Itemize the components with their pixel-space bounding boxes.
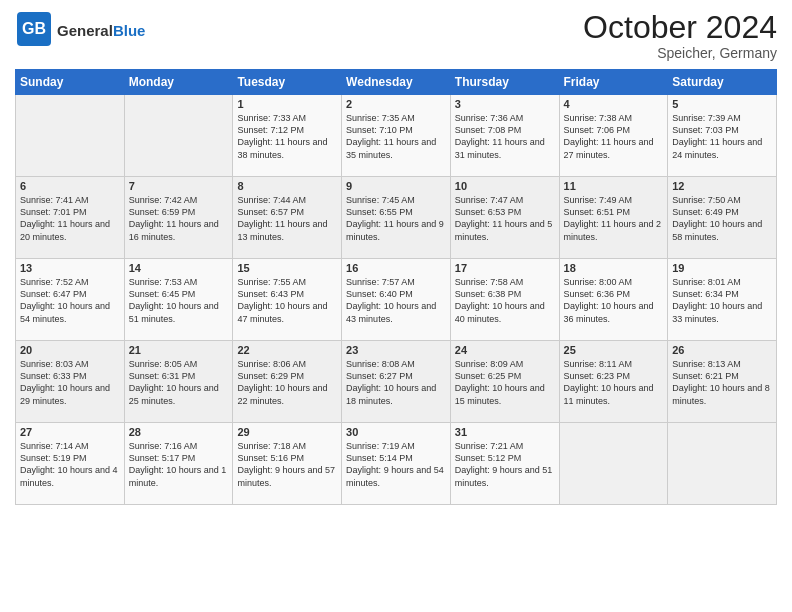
calendar-table: Sunday Monday Tuesday Wednesday Thursday… — [15, 69, 777, 505]
table-row: 18Sunrise: 8:00 AMSunset: 6:36 PMDayligh… — [559, 259, 668, 341]
table-row — [668, 423, 777, 505]
sunrise-text: Sunrise: 7:39 AM — [672, 112, 772, 124]
sunset-text: Sunset: 6:25 PM — [455, 370, 555, 382]
sunset-text: Sunset: 6:49 PM — [672, 206, 772, 218]
table-row: 30Sunrise: 7:19 AMSunset: 5:14 PMDayligh… — [342, 423, 451, 505]
day-number: 4 — [564, 98, 664, 110]
daylight-text: Daylight: 10 hours and 43 minutes. — [346, 300, 446, 324]
day-number: 12 — [672, 180, 772, 192]
cell-content: Sunrise: 7:36 AMSunset: 7:08 PMDaylight:… — [455, 112, 555, 161]
day-number: 17 — [455, 262, 555, 274]
table-row: 20Sunrise: 8:03 AMSunset: 6:33 PMDayligh… — [16, 341, 125, 423]
cell-content: Sunrise: 7:38 AMSunset: 7:06 PMDaylight:… — [564, 112, 664, 161]
sunrise-text: Sunrise: 8:00 AM — [564, 276, 664, 288]
daylight-text: Daylight: 11 hours and 38 minutes. — [237, 136, 337, 160]
cell-content: Sunrise: 7:49 AMSunset: 6:51 PMDaylight:… — [564, 194, 664, 243]
calendar-header-row: Sunday Monday Tuesday Wednesday Thursday… — [16, 70, 777, 95]
sunrise-text: Sunrise: 7:53 AM — [129, 276, 229, 288]
daylight-text: Daylight: 10 hours and 18 minutes. — [346, 382, 446, 406]
sunset-text: Sunset: 6:38 PM — [455, 288, 555, 300]
table-row: 22Sunrise: 8:06 AMSunset: 6:29 PMDayligh… — [233, 341, 342, 423]
daylight-text: Daylight: 10 hours and 1 minute. — [129, 464, 229, 488]
cell-content: Sunrise: 7:52 AMSunset: 6:47 PMDaylight:… — [20, 276, 120, 325]
sunset-text: Sunset: 6:47 PM — [20, 288, 120, 300]
table-row: 14Sunrise: 7:53 AMSunset: 6:45 PMDayligh… — [124, 259, 233, 341]
col-monday: Monday — [124, 70, 233, 95]
daylight-text: Daylight: 10 hours and 40 minutes. — [455, 300, 555, 324]
calendar-week-row: 13Sunrise: 7:52 AMSunset: 6:47 PMDayligh… — [16, 259, 777, 341]
sunset-text: Sunset: 6:40 PM — [346, 288, 446, 300]
day-number: 30 — [346, 426, 446, 438]
sunset-text: Sunset: 7:12 PM — [237, 124, 337, 136]
table-row: 4Sunrise: 7:38 AMSunset: 7:06 PMDaylight… — [559, 95, 668, 177]
location: Speicher, Germany — [583, 45, 777, 61]
day-number: 29 — [237, 426, 337, 438]
daylight-text: Daylight: 11 hours and 16 minutes. — [129, 218, 229, 242]
cell-content: Sunrise: 7:33 AMSunset: 7:12 PMDaylight:… — [237, 112, 337, 161]
daylight-text: Daylight: 11 hours and 27 minutes. — [564, 136, 664, 160]
day-number: 9 — [346, 180, 446, 192]
daylight-text: Daylight: 10 hours and 33 minutes. — [672, 300, 772, 324]
sunrise-text: Sunrise: 8:13 AM — [672, 358, 772, 370]
cell-content: Sunrise: 7:18 AMSunset: 5:16 PMDaylight:… — [237, 440, 337, 489]
table-row: 9Sunrise: 7:45 AMSunset: 6:55 PMDaylight… — [342, 177, 451, 259]
sunset-text: Sunset: 7:03 PM — [672, 124, 772, 136]
cell-content: Sunrise: 7:39 AMSunset: 7:03 PMDaylight:… — [672, 112, 772, 161]
table-row: 27Sunrise: 7:14 AMSunset: 5:19 PMDayligh… — [16, 423, 125, 505]
sunset-text: Sunset: 6:31 PM — [129, 370, 229, 382]
sunset-text: Sunset: 7:06 PM — [564, 124, 664, 136]
table-row: 29Sunrise: 7:18 AMSunset: 5:16 PMDayligh… — [233, 423, 342, 505]
sunset-text: Sunset: 6:43 PM — [237, 288, 337, 300]
table-row: 2Sunrise: 7:35 AMSunset: 7:10 PMDaylight… — [342, 95, 451, 177]
day-number: 25 — [564, 344, 664, 356]
daylight-text: Daylight: 10 hours and 4 minutes. — [20, 464, 120, 488]
calendar-week-row: 27Sunrise: 7:14 AMSunset: 5:19 PMDayligh… — [16, 423, 777, 505]
daylight-text: Daylight: 11 hours and 5 minutes. — [455, 218, 555, 242]
logo-blue: Blue — [113, 22, 146, 39]
sunset-text: Sunset: 6:36 PM — [564, 288, 664, 300]
cell-content: Sunrise: 7:41 AMSunset: 7:01 PMDaylight:… — [20, 194, 120, 243]
day-number: 3 — [455, 98, 555, 110]
sunset-text: Sunset: 7:08 PM — [455, 124, 555, 136]
sunrise-text: Sunrise: 8:08 AM — [346, 358, 446, 370]
logo-general: General — [57, 22, 113, 39]
sunset-text: Sunset: 6:53 PM — [455, 206, 555, 218]
table-row: 1Sunrise: 7:33 AMSunset: 7:12 PMDaylight… — [233, 95, 342, 177]
sunrise-text: Sunrise: 8:01 AM — [672, 276, 772, 288]
col-saturday: Saturday — [668, 70, 777, 95]
day-number: 27 — [20, 426, 120, 438]
daylight-text: Daylight: 11 hours and 9 minutes. — [346, 218, 446, 242]
table-row: 15Sunrise: 7:55 AMSunset: 6:43 PMDayligh… — [233, 259, 342, 341]
sunrise-text: Sunrise: 7:36 AM — [455, 112, 555, 124]
sunrise-text: Sunrise: 7:55 AM — [237, 276, 337, 288]
table-row — [124, 95, 233, 177]
day-number: 24 — [455, 344, 555, 356]
svg-text:GB: GB — [22, 20, 46, 37]
daylight-text: Daylight: 10 hours and 51 minutes. — [129, 300, 229, 324]
cell-content: Sunrise: 8:06 AMSunset: 6:29 PMDaylight:… — [237, 358, 337, 407]
day-number: 14 — [129, 262, 229, 274]
sunset-text: Sunset: 6:57 PM — [237, 206, 337, 218]
logo-icon: GB — [15, 10, 53, 48]
sunset-text: Sunset: 6:23 PM — [564, 370, 664, 382]
cell-content: Sunrise: 8:08 AMSunset: 6:27 PMDaylight:… — [346, 358, 446, 407]
sunrise-text: Sunrise: 7:44 AM — [237, 194, 337, 206]
table-row: 10Sunrise: 7:47 AMSunset: 6:53 PMDayligh… — [450, 177, 559, 259]
cell-content: Sunrise: 8:09 AMSunset: 6:25 PMDaylight:… — [455, 358, 555, 407]
sunrise-text: Sunrise: 7:49 AM — [564, 194, 664, 206]
logo: GB GeneralBlue — [15, 10, 145, 52]
daylight-text: Daylight: 10 hours and 54 minutes. — [20, 300, 120, 324]
table-row: 21Sunrise: 8:05 AMSunset: 6:31 PMDayligh… — [124, 341, 233, 423]
table-row — [559, 423, 668, 505]
sunrise-text: Sunrise: 8:11 AM — [564, 358, 664, 370]
day-number: 23 — [346, 344, 446, 356]
month-title: October 2024 — [583, 10, 777, 45]
sunset-text: Sunset: 5:17 PM — [129, 452, 229, 464]
sunrise-text: Sunrise: 7:57 AM — [346, 276, 446, 288]
cell-content: Sunrise: 7:47 AMSunset: 6:53 PMDaylight:… — [455, 194, 555, 243]
sunrise-text: Sunrise: 7:33 AM — [237, 112, 337, 124]
col-sunday: Sunday — [16, 70, 125, 95]
daylight-text: Daylight: 9 hours and 51 minutes. — [455, 464, 555, 488]
table-row: 3Sunrise: 7:36 AMSunset: 7:08 PMDaylight… — [450, 95, 559, 177]
col-wednesday: Wednesday — [342, 70, 451, 95]
